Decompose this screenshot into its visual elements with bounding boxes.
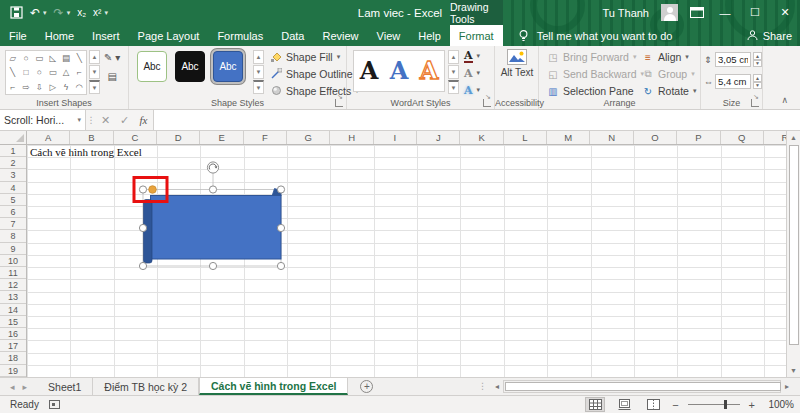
formula-bar-splitter[interactable]: ⋮ — [86, 110, 96, 130]
superscript-button[interactable]: x² — [93, 7, 101, 18]
page-layout-view-button[interactable] — [614, 397, 634, 412]
shape-style-preset-2[interactable]: Abc — [175, 51, 205, 82]
text-outline-button[interactable]: A▾ — [464, 66, 480, 80]
gallery-more-icon[interactable]: ▼ — [89, 80, 100, 94]
gallery-shape-10[interactable]: ▭ — [49, 68, 57, 77]
share-button[interactable]: Share — [747, 25, 792, 46]
handle-bottom-left[interactable] — [139, 262, 146, 269]
shape-width-input[interactable] — [715, 74, 751, 89]
tab-format[interactable]: Format — [450, 25, 503, 46]
sheet-tab-2[interactable]: Điểm TB học kỳ 2 — [93, 378, 199, 395]
gallery-shape-3[interactable]: ▭ — [35, 54, 43, 63]
wordart-down-icon[interactable]: ▼ — [448, 65, 459, 79]
name-box-dropdown-icon[interactable]: ▾ — [77, 116, 81, 124]
save-icon[interactable] — [10, 6, 23, 19]
gallery-up-icon[interactable]: ▲ — [89, 50, 100, 64]
customize-qat-icon[interactable]: ▾ — [104, 9, 108, 17]
gallery-shape-18[interactable]: ◠ — [76, 83, 83, 92]
selection-pane-button[interactable]: ▥ Selection Pane — [547, 84, 644, 98]
vertical-scrollbar[interactable]: ▲ ▼ — [786, 131, 800, 377]
tab-formulas[interactable]: Formulas — [208, 25, 272, 46]
selected-shape-scroll-horizontal[interactable] — [144, 189, 282, 264]
gallery-shape-5[interactable]: ▤ — [62, 54, 70, 63]
subscript-button[interactable]: x₂ — [77, 7, 86, 18]
handle-bottom-center[interactable] — [209, 262, 216, 269]
user-name[interactable]: Tu Thanh — [603, 7, 649, 19]
sheet-nav-left-icon[interactable]: ◂ — [10, 382, 15, 392]
close-button[interactable]: ✕ — [776, 6, 794, 19]
gallery-shape-15[interactable]: ⇩ — [36, 83, 43, 92]
handle-top-center[interactable] — [209, 186, 216, 193]
text-fill-button[interactable]: A▾ — [464, 49, 480, 63]
page-break-preview-button[interactable] — [643, 397, 663, 412]
shape-styles-dialog-launcher-icon[interactable] — [335, 99, 343, 107]
tab-page-layout[interactable]: Page Layout — [129, 25, 209, 46]
gallery-shape-8[interactable]: □ — [23, 68, 28, 77]
macro-record-icon[interactable] — [49, 400, 60, 409]
text-box-button[interactable]: ▤ — [107, 71, 116, 82]
undo-icon[interactable]: ↶ — [30, 6, 40, 20]
wordart-up-icon[interactable]: ▲ — [448, 50, 459, 64]
wordart-preset-3[interactable]: A — [420, 59, 439, 83]
sheet-tab-3[interactable]: Cách vẽ hình trong Excel — [199, 378, 348, 395]
insert-function-icon[interactable]: fx — [134, 110, 153, 130]
hscroll-splitter[interactable]: ⋮ — [478, 381, 487, 391]
style-down-icon[interactable]: ▼ — [253, 65, 264, 79]
handle-top-left[interactable] — [139, 186, 146, 193]
tab-insert[interactable]: Insert — [83, 25, 129, 46]
alt-text-button[interactable]: Alt Text — [499, 49, 535, 79]
scroll-down-icon[interactable]: ▼ — [787, 364, 800, 377]
minimize-button[interactable]: — — [716, 7, 734, 19]
wordart-preset-2[interactable]: A — [390, 59, 409, 83]
rotate-button[interactable]: ↻ Rotate▾ — [642, 84, 696, 98]
edit-shape-button[interactable]: ✎ ▾ — [104, 52, 120, 63]
style-up-icon[interactable]: ▲ — [253, 50, 264, 64]
scroll-left-icon[interactable]: ◂ — [491, 382, 503, 391]
gallery-shape-17[interactable]: ϟ — [64, 83, 69, 92]
tell-me-box[interactable]: Tell me what you want to do — [517, 25, 673, 46]
normal-view-button[interactable] — [585, 397, 605, 412]
formula-input[interactable] — [153, 110, 800, 130]
user-avatar[interactable] — [661, 4, 678, 21]
gallery-shape-11[interactable]: △ — [63, 68, 70, 77]
undo-dropdown-icon[interactable]: ▾ — [43, 9, 47, 17]
handle-top-right[interactable] — [277, 186, 284, 193]
height-spinner[interactable]: ▲▼ — [753, 52, 762, 67]
style-more-icon[interactable]: ▼ — [253, 80, 264, 94]
gallery-shape-14[interactable]: ⇨ — [22, 83, 29, 92]
gallery-shape-2[interactable]: ○ — [23, 54, 28, 63]
size-dialog-launcher-icon[interactable] — [751, 99, 759, 107]
handle-bottom-right[interactable] — [277, 262, 284, 269]
shape-style-preset-1[interactable]: Abc — [137, 51, 167, 82]
name-box[interactable]: Scroll: Hori... ▾ — [0, 110, 86, 130]
tab-file[interactable]: File — [0, 25, 36, 46]
wordart-more-icon[interactable]: ▼ — [448, 80, 459, 94]
adjustment-handle[interactable] — [149, 186, 157, 194]
handle-middle-right[interactable] — [277, 224, 284, 231]
tab-home[interactable]: Home — [36, 25, 83, 46]
width-spinner[interactable]: ▲▼ — [753, 74, 762, 89]
gallery-shape-6[interactable]: ╲ — [77, 54, 82, 63]
ribbon-display-options-icon[interactable] — [690, 7, 704, 18]
align-button[interactable]: ≡ Align▾ — [642, 50, 696, 64]
collapse-ribbon-icon[interactable]: ∧ — [781, 95, 788, 105]
maximize-button[interactable]: ☐ — [746, 6, 764, 19]
zoom-level[interactable]: 100% — [764, 399, 794, 410]
gallery-shape-9[interactable]: ○ — [37, 68, 42, 77]
gallery-shape-4[interactable]: ◺ — [49, 54, 56, 63]
zoom-out-icon[interactable]: − — [672, 399, 678, 411]
zoom-slider[interactable] — [688, 404, 740, 405]
wordart-preset-1[interactable]: A — [360, 59, 379, 83]
gallery-shape-12[interactable]: ⌐ — [77, 68, 82, 77]
sheet-nav-right-icon[interactable]: ▸ — [23, 382, 28, 392]
tab-data[interactable]: Data — [272, 25, 313, 46]
rotate-handle[interactable] — [207, 162, 218, 173]
zoom-slider-thumb[interactable] — [724, 400, 727, 409]
hscroll-track[interactable] — [503, 380, 781, 393]
gallery-down-icon[interactable]: ▼ — [89, 65, 100, 79]
text-effects-button[interactable]: A▾ — [464, 83, 480, 97]
gallery-shape-16[interactable]: ▷ — [49, 83, 56, 92]
tab-help[interactable]: Help — [409, 25, 450, 46]
horizontal-scroll-thumb[interactable] — [505, 382, 781, 391]
wordart-dialog-launcher-icon[interactable] — [483, 99, 491, 107]
